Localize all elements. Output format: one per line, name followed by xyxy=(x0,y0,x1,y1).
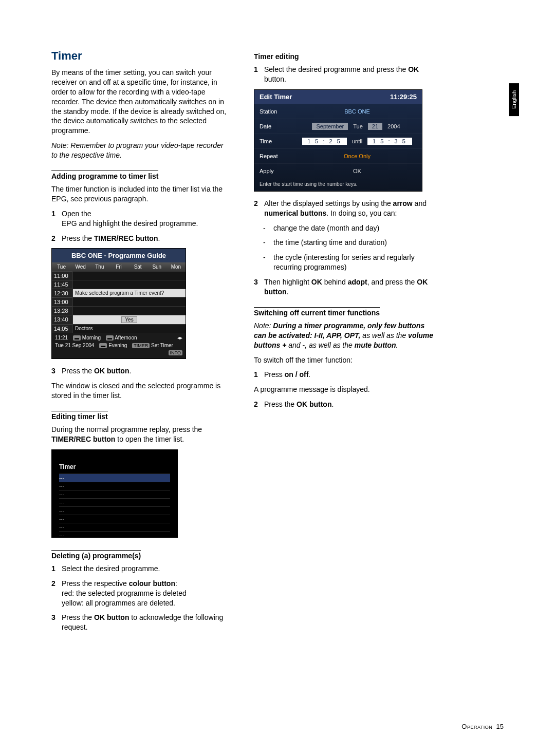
epg-yes-button: Yes xyxy=(73,315,186,324)
intro-note: Note: Remember to program your video-tap… xyxy=(51,141,231,160)
sub1-paragraph: The timer function is included into the … xyxy=(51,184,231,204)
step-colour-button: 2Press the respective colour button: red… xyxy=(62,579,231,608)
step-ok-ack: 3Press the OK button to acknowledge the … xyxy=(62,613,231,632)
timer-list-screenshot: Timer --- --- --- --- --- --- --- --- xyxy=(51,449,178,538)
step-open-epg: 1Open the EPG and highlight the desired … xyxy=(62,209,231,229)
step-press-ok-1: 3Press the OK button. xyxy=(62,366,231,376)
edit-timer-clock: 11:29:25 xyxy=(390,93,417,101)
edit-row-time: Time1 5 : 2 5until1 5 : 3 5 xyxy=(254,134,422,148)
page-footer: Operation 15 xyxy=(461,723,504,730)
edit-footer-msg: Enter the start time using the number ke… xyxy=(254,178,422,191)
step-highlight-ok: 3Then highlight OK behind adopt, and pre… xyxy=(264,277,434,297)
subheading-add-programme: Adding programme to timer list xyxy=(51,171,158,180)
intro-paragraph: By means of the timer setting, you can s… xyxy=(51,68,231,136)
epg-day-row: TueWedThuFriSatSunMon xyxy=(52,262,186,271)
epg-screenshot: BBC ONE - Programme Guide TueWedThuFriSa… xyxy=(51,248,186,359)
left-column: Timer By means of the timer setting, you… xyxy=(51,49,231,637)
edit-row-date: DateSeptemberTue212004 xyxy=(254,119,422,134)
step-press-on-off: 1Press on / off. xyxy=(264,370,434,380)
sub1-result: The window is closed and the selected pr… xyxy=(51,381,231,401)
step-press-timer-rec: 2Press the TIMER/REC button. xyxy=(62,234,231,243)
manual-page: Timer By means of the timer setting, you… xyxy=(0,0,555,658)
switch-off-note: Note: During a timer programme, only few… xyxy=(254,321,434,350)
switch-off-result: A programme message is displayed. xyxy=(254,385,434,394)
epg-footer: 11:21 ▬ Morning ▬ Afternoon ◂▸ Tue 21 Se… xyxy=(52,333,186,358)
subheading-delete: Deleting (a) programme(s) xyxy=(51,550,141,560)
epg-title: BBC ONE - Programme Guide xyxy=(52,249,186,262)
right-column: Timer editing 1Select the desired progra… xyxy=(254,49,434,637)
timer-list-title: Timer xyxy=(59,463,170,474)
section-title: Timer xyxy=(51,49,231,63)
edit-timer-title: Edit Timer xyxy=(260,93,292,101)
edit-timer-screenshot: Edit Timer11:29:25 StationBBC ONE DateSe… xyxy=(254,89,422,192)
switch-off-intro: To switch off the timer function: xyxy=(254,355,434,365)
edit-row-repeat: RepeatOnce Only xyxy=(254,148,422,163)
step-select-press-ok: 1Select the desired programme and press … xyxy=(264,65,434,84)
subheading-switch-off: Switching off current timer functions xyxy=(254,307,380,317)
step-select-programme: 1Select the desired programme. xyxy=(62,564,231,574)
step-alter-settings: 2Alter the displayed settings by using t… xyxy=(264,199,434,218)
subheading-edit-list: Editing timer list xyxy=(51,411,108,421)
sub2-paragraph: During the normal programme replay, pres… xyxy=(51,425,231,444)
subheading-timer-editing: Timer editing xyxy=(254,51,299,61)
language-tab: English xyxy=(509,83,519,116)
epg-timer-prompt: Make selected program a Timer event? xyxy=(73,289,186,297)
edit-row-apply: ApplyOK xyxy=(254,163,422,178)
step-press-ok-2: 2Press the OK button. xyxy=(264,400,434,409)
edit-row-station: StationBBC ONE xyxy=(254,104,422,119)
